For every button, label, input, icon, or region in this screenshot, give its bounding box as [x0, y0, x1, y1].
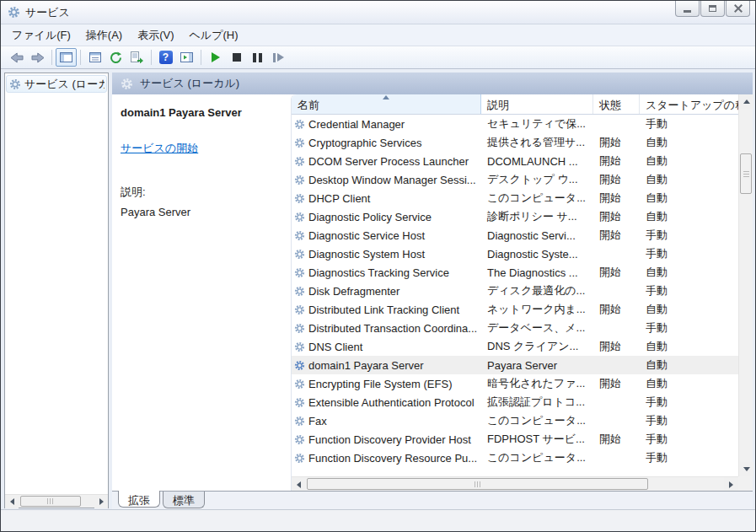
- service-gear-icon: [294, 304, 305, 315]
- menu-file[interactable]: ファイル(F): [4, 24, 78, 46]
- scroll-down-button[interactable]: [739, 462, 753, 476]
- table-row[interactable]: Distributed Transaction Coordina...データベー…: [292, 319, 738, 337]
- table-row[interactable]: Credential Managerセキュリティで保...手動: [292, 115, 738, 133]
- service-status-cell: 開始: [593, 209, 640, 224]
- refresh-button[interactable]: [105, 48, 126, 67]
- scroll-right-button[interactable]: [724, 477, 738, 492]
- table-row[interactable]: DHCP Clientこのコンピュータ...開始自動: [292, 189, 738, 207]
- service-description-cell: デスクトップ ウ...: [481, 172, 593, 187]
- restore-button[interactable]: [700, 1, 725, 17]
- service-name: Cryptographic Services: [308, 137, 421, 149]
- scrollbar-thumb[interactable]: [307, 478, 648, 490]
- scrollbar-thumb[interactable]: [20, 496, 81, 507]
- column-header-description[interactable]: 説明: [481, 94, 593, 114]
- scroll-up-icon: [743, 99, 750, 104]
- table-row[interactable]: Disk Defragmenterディスク最適化の...手動: [292, 282, 738, 300]
- table-row[interactable]: Function Discovery Provider HostFDPHOST …: [292, 430, 738, 449]
- restart-service-icon: [273, 53, 284, 62]
- back-button[interactable]: [6, 48, 27, 67]
- results-content: domain1 Payara Server サービスの開始 説明: Payara…: [112, 94, 753, 491]
- start-service-link[interactable]: サービスの開始: [121, 141, 198, 156]
- column-header-status[interactable]: 状態: [593, 94, 640, 114]
- start-service-button[interactable]: [205, 48, 226, 67]
- table-row[interactable]: Diagnostic Policy Service診断ポリシー サ...開始自動: [292, 207, 738, 226]
- service-name: Encrypting File System (EFS): [308, 378, 453, 390]
- list-vertical-scrollbar[interactable]: [738, 94, 753, 476]
- close-button[interactable]: [726, 1, 750, 17]
- table-row[interactable]: Diagnostics Tracking ServiceThe Diagnost…: [292, 263, 738, 282]
- service-startup-cell: 手動: [640, 432, 738, 447]
- export-list-button[interactable]: [126, 48, 147, 67]
- table-row[interactable]: Diagnostic System HostDiagnostic Syste..…: [292, 245, 738, 263]
- service-name: Function Discovery Resource Pu...: [308, 452, 477, 465]
- action-pane-icon: [180, 52, 193, 62]
- forward-button[interactable]: [27, 48, 48, 67]
- service-startup-cell: 手動: [640, 283, 738, 298]
- tab-extended[interactable]: 拡張: [118, 491, 160, 508]
- table-row[interactable]: DNS ClientDNS クライアン...開始自動: [292, 337, 738, 356]
- service-startup-cell: 自動: [640, 172, 738, 187]
- service-startup-cell: 手動: [640, 450, 738, 465]
- show-console-tree-button[interactable]: [56, 48, 77, 67]
- table-row[interactable]: Distributed Link Tracking Clientネットワーク内ま…: [292, 300, 738, 319]
- service-name-cell: Encrypting File System (EFS): [292, 378, 481, 390]
- service-gear-icon: [294, 175, 305, 185]
- scroll-right-icon: [729, 481, 733, 488]
- service-description-cell: このコンピュータ...: [481, 413, 593, 428]
- service-name-cell: Cryptographic Services: [292, 137, 481, 149]
- table-row[interactable]: Faxこのコンピュータ...手動: [292, 411, 738, 430]
- export-list-icon: [131, 51, 143, 63]
- table-row[interactable]: Diagnostic Service HostDiagnostic Servi.…: [292, 226, 738, 245]
- properties-button[interactable]: [84, 48, 105, 67]
- column-header-startup-type[interactable]: スタートアップの種類: [640, 94, 738, 114]
- show-action-pane-button[interactable]: [176, 48, 197, 67]
- scroll-up-button[interactable]: [739, 94, 753, 109]
- minimize-icon: [684, 10, 691, 13]
- service-gear-icon: [294, 323, 305, 334]
- menu-action[interactable]: 操作(A): [78, 24, 130, 46]
- service-name-cell: Distributed Link Tracking Client: [292, 304, 481, 316]
- service-name-cell: Function Discovery Resource Pu...: [292, 452, 481, 465]
- column-header-label: 説明: [487, 99, 509, 111]
- scroll-right-button[interactable]: [94, 495, 108, 508]
- minimize-button[interactable]: [675, 1, 700, 17]
- menu-view[interactable]: 表示(V): [130, 24, 181, 46]
- help-button[interactable]: ?: [155, 48, 176, 67]
- description-text: Payara Server: [121, 206, 291, 218]
- tab-standard[interactable]: 標準: [163, 492, 205, 508]
- pause-service-button[interactable]: [247, 48, 268, 67]
- scroll-left-button[interactable]: [5, 495, 19, 508]
- tree-item-services-local[interactable]: サービス (ローカル): [6, 75, 107, 93]
- service-name: DHCP Client: [308, 192, 370, 205]
- column-header-label: 名前: [298, 99, 319, 111]
- table-row[interactable]: Extensible Authentication Protocol拡張認証プロ…: [292, 393, 738, 411]
- scroll-left-button[interactable]: [292, 477, 306, 492]
- service-name-cell: DCOM Server Process Launcher: [292, 155, 481, 168]
- list-horizontal-scrollbar[interactable]: [292, 476, 738, 491]
- column-header-name[interactable]: 名前: [292, 94, 481, 114]
- stop-service-button[interactable]: [226, 48, 247, 67]
- tree-horizontal-scrollbar[interactable]: [5, 494, 108, 508]
- service-name-cell: DHCP Client: [292, 192, 481, 205]
- results-pane: サービス (ローカル) domain1 Payara Server サービスの開…: [112, 73, 753, 509]
- start-service-icon: [212, 52, 220, 62]
- service-name-cell: Credential Manager: [292, 118, 481, 131]
- service-name: Diagnostic System Host: [308, 248, 425, 261]
- service-name: domain1 Payara Server: [308, 359, 424, 372]
- table-row[interactable]: domain1 Payara ServerPayara Server自動: [292, 356, 738, 374]
- table-row[interactable]: Function Discovery Resource Pu...このコンピュー…: [292, 449, 738, 467]
- menu-help[interactable]: ヘルプ(H): [182, 24, 246, 46]
- service-name: DNS Client: [308, 341, 362, 353]
- service-name-cell: Desktop Window Manager Sessi...: [292, 174, 481, 186]
- table-row[interactable]: Desktop Window Manager Sessi...デスクトップ ウ.…: [292, 170, 738, 189]
- service-description-cell: Diagnostic Servi...: [481, 229, 593, 242]
- scrollbar-thumb[interactable]: [740, 153, 752, 194]
- service-description-cell: 拡張認証プロトコ...: [481, 395, 593, 410]
- service-startup-cell: 自動: [640, 209, 738, 224]
- service-status-cell: 開始: [593, 339, 640, 354]
- restart-service-button[interactable]: [268, 48, 289, 67]
- table-row[interactable]: Encrypting File System (EFS)暗号化されたファ...開…: [292, 374, 738, 393]
- table-row[interactable]: DCOM Server Process LauncherDCOMLAUNCH .…: [292, 152, 738, 170]
- table-row[interactable]: Cryptographic Services提供される管理サ...開始自動: [292, 133, 738, 152]
- console-tree-pane: サービス (ローカル): [4, 73, 109, 508]
